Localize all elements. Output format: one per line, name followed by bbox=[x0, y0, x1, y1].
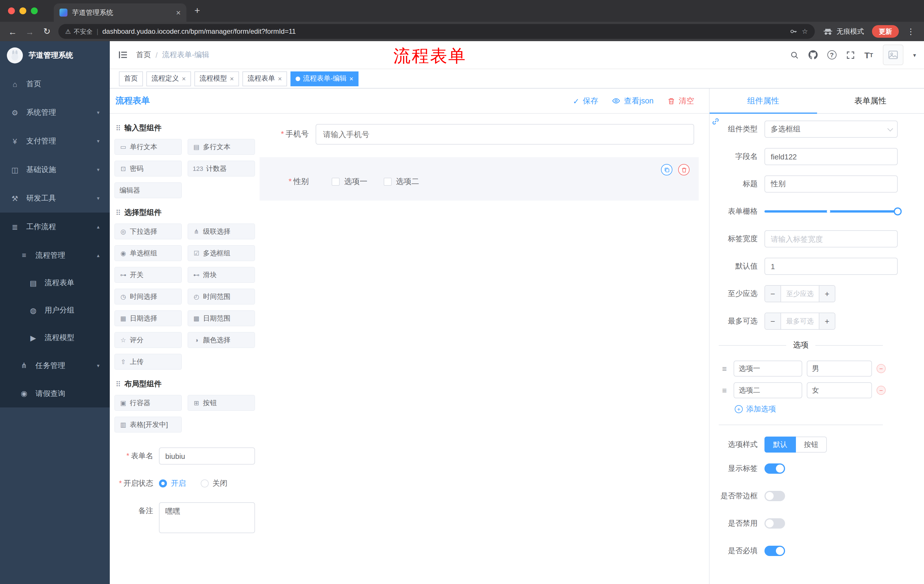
tag-process-model[interactable]: 流程模型 × bbox=[195, 71, 239, 86]
zoom-window-button[interactable] bbox=[31, 7, 38, 14]
hamburger-icon[interactable] bbox=[110, 50, 136, 59]
show-label-toggle[interactable] bbox=[764, 464, 785, 474]
delete-widget-button[interactable] bbox=[678, 164, 690, 175]
with-border-toggle[interactable] bbox=[764, 491, 785, 501]
form-remark-textarea[interactable]: 嘿嘿 bbox=[159, 502, 255, 533]
status-on-radio[interactable]: 开启 bbox=[159, 475, 186, 492]
tab-close-icon[interactable]: × bbox=[176, 8, 181, 17]
url-text[interactable]: dashboard.yudao.iocoder.cn/bpm/manager/f… bbox=[102, 28, 296, 35]
clear-button[interactable]: 清空 bbox=[667, 96, 694, 106]
remove-option-button[interactable]: − bbox=[876, 364, 886, 373]
close-window-button[interactable] bbox=[8, 7, 15, 14]
palette-item-radio-group[interactable]: ◉单选框组 bbox=[114, 245, 182, 261]
add-option-button[interactable]: + 添加选项 bbox=[735, 404, 898, 414]
sidebar-item-infra[interactable]: ◫ 基础设施 ▾ bbox=[0, 155, 110, 184]
minimize-window-button[interactable] bbox=[20, 7, 26, 14]
tag-home[interactable]: 首页 bbox=[119, 71, 143, 86]
sidebar-item-leave-query[interactable]: ◉ 请假查询 bbox=[0, 380, 110, 408]
title-input[interactable] bbox=[764, 175, 898, 192]
palette-item-rate[interactable]: ☆评分 bbox=[114, 332, 182, 348]
option-2-label-input[interactable] bbox=[734, 382, 802, 398]
fullscreen-icon[interactable] bbox=[846, 51, 855, 59]
sidebar-item-home[interactable]: ⌂ 首页 bbox=[0, 70, 110, 98]
browser-tab[interactable]: 芋道管理系统 × bbox=[54, 3, 186, 22]
slider-handle[interactable] bbox=[894, 207, 902, 216]
min-select-input[interactable] bbox=[781, 286, 819, 302]
copy-widget-button[interactable] bbox=[661, 164, 672, 175]
tab-component-props[interactable]: 组件属性 bbox=[710, 89, 817, 113]
palette-item-switch[interactable]: ⊶开关 bbox=[114, 267, 182, 283]
option-1-value-input[interactable] bbox=[807, 360, 872, 377]
palette-item-checkbox-group[interactable]: ☑多选框组 bbox=[188, 245, 255, 261]
component-type-select[interactable]: 多选框组 bbox=[764, 120, 898, 138]
option-1-label-input[interactable] bbox=[734, 360, 802, 377]
tag-close-icon[interactable]: × bbox=[182, 74, 186, 82]
palette-item-table[interactable]: ▥表格[开发中] bbox=[114, 416, 182, 433]
link-icon[interactable] bbox=[711, 117, 720, 126]
github-icon[interactable] bbox=[808, 50, 817, 59]
palette-item-cascader[interactable]: ⋔级联选择 bbox=[188, 224, 255, 239]
style-default-button[interactable]: 默认 bbox=[764, 437, 796, 452]
tag-process-form-edit[interactable]: 流程表单-编辑 × bbox=[290, 71, 358, 86]
default-value-input[interactable] bbox=[764, 258, 898, 275]
sidebar-item-system[interactable]: ⚙ 系统管理 ▾ bbox=[0, 98, 110, 127]
back-button[interactable]: ← bbox=[7, 26, 18, 36]
stepper-plus-button[interactable]: + bbox=[819, 286, 835, 302]
user-avatar[interactable] bbox=[883, 44, 903, 65]
tag-close-icon[interactable]: × bbox=[278, 74, 282, 82]
help-icon[interactable]: ? bbox=[827, 50, 836, 59]
canvas-field-phone[interactable]: 手机号 bbox=[260, 114, 709, 145]
field-name-input[interactable] bbox=[764, 148, 898, 165]
palette-item-button[interactable]: ⊞按钮 bbox=[188, 395, 255, 411]
drag-handle-icon[interactable]: ≡ bbox=[720, 386, 729, 395]
palette-item-single-text[interactable]: ▭单行文本 bbox=[114, 139, 182, 155]
palette-item-row-container[interactable]: ▣行容器 bbox=[114, 395, 182, 411]
required-toggle[interactable] bbox=[764, 546, 785, 556]
palette-item-select[interactable]: ◎下拉选择 bbox=[114, 224, 182, 239]
palette-item-date-range[interactable]: ▩日期范围 bbox=[188, 310, 255, 326]
reload-button[interactable]: ↻ bbox=[41, 26, 53, 36]
palette-item-date-picker[interactable]: ▦日期选择 bbox=[114, 310, 182, 326]
breadcrumb-home[interactable]: 首页 bbox=[136, 50, 151, 60]
sidebar-item-payment[interactable]: ¥ 支付管理 ▾ bbox=[0, 127, 110, 155]
drag-handle-icon[interactable]: ≡ bbox=[720, 364, 729, 373]
tag-process-definition[interactable]: 流程定义 × bbox=[146, 71, 191, 86]
new-tab-button[interactable]: + bbox=[195, 5, 200, 16]
view-json-button[interactable]: 查看json bbox=[612, 96, 653, 106]
canvas-field-gender-selected[interactable]: 性别 选项一 选项二 bbox=[260, 157, 699, 201]
palette-item-color-picker[interactable]: ◑颜色选择 bbox=[188, 332, 255, 348]
palette-item-time-range[interactable]: ◴时间范围 bbox=[188, 289, 255, 304]
search-icon[interactable] bbox=[790, 51, 799, 59]
disabled-toggle[interactable] bbox=[764, 518, 785, 528]
phone-input[interactable] bbox=[316, 124, 694, 145]
form-name-input[interactable] bbox=[159, 447, 255, 465]
site-security[interactable]: ⚠ 不安全 bbox=[65, 27, 92, 36]
avatar-caret-icon[interactable]: ▾ bbox=[913, 52, 916, 58]
sidebar-item-process-form[interactable]: ▤ 流程表单 bbox=[0, 269, 110, 296]
save-button[interactable]: ✓ 保存 bbox=[573, 96, 598, 106]
palette-item-password[interactable]: ⊡密码 bbox=[114, 161, 182, 176]
status-off-radio[interactable]: 关闭 bbox=[200, 475, 227, 492]
sidebar-item-user-group[interactable]: ◍ 用户分组 bbox=[0, 296, 110, 324]
option-2-value-input[interactable] bbox=[807, 382, 872, 398]
remove-option-button[interactable]: − bbox=[876, 386, 886, 395]
stepper-plus-button[interactable]: + bbox=[819, 313, 835, 329]
tag-close-icon[interactable]: × bbox=[349, 74, 353, 82]
style-button-button[interactable]: 按钮 bbox=[796, 437, 827, 452]
update-button[interactable]: 更新 bbox=[872, 25, 899, 38]
sidebar-item-devtools[interactable]: ⚒ 研发工具 ▾ bbox=[0, 184, 110, 212]
tab-form-props[interactable]: 表单属性 bbox=[817, 89, 924, 113]
palette-item-slider[interactable]: ⊷滑块 bbox=[188, 267, 255, 283]
browser-menu-icon[interactable]: ⋮ bbox=[904, 27, 917, 36]
url-bar[interactable]: ⚠ 不安全 | dashboard.yudao.iocoder.cn/bpm/m… bbox=[58, 24, 815, 39]
stepper-minus-button[interactable]: − bbox=[765, 286, 781, 302]
font-size-icon[interactable]: TT bbox=[864, 50, 873, 60]
palette-item-counter[interactable]: 123计数器 bbox=[188, 161, 255, 176]
tag-close-icon[interactable]: × bbox=[230, 74, 234, 82]
gender-option-2-checkbox[interactable]: 选项二 bbox=[383, 176, 419, 187]
sidebar-item-process-model[interactable]: ▶ 流程模型 bbox=[0, 324, 110, 351]
max-select-input[interactable] bbox=[781, 313, 819, 329]
sidebar-item-workflow[interactable]: ≣ 工作流程 ▴ bbox=[0, 212, 110, 241]
bookmark-star-icon[interactable]: ☆ bbox=[802, 28, 808, 35]
palette-item-time-picker[interactable]: ◷时间选择 bbox=[114, 289, 182, 304]
